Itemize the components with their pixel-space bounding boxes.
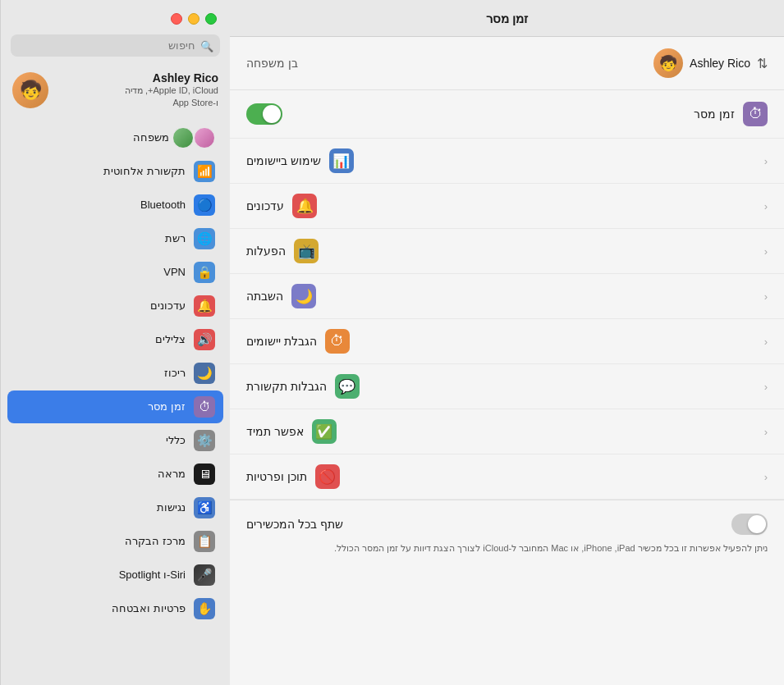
sidebar-item-vpn[interactable]: 🔒 VPN [7,256,223,289]
sidebar-item-tikshot-alhutit[interactable]: 📶 תקשורת אלחוטית [7,155,223,188]
user-switcher[interactable]: ⇅ [757,56,768,71]
sidebar-item-label: VPN [16,266,186,278]
screen-time-toggle-row: ⏱ זמן מסר [230,90,784,139]
sidebar-item-screen-time[interactable]: ⏱ זמן מסר [7,390,223,423]
sidebar-item-mishpacha[interactable]: משפחה [7,121,223,154]
sidebar-item-label: פרטיות ואבטחה [16,602,186,614]
screen-time-toggle[interactable] [246,103,282,125]
family-avatar-1 [194,127,215,148]
always-allow-row[interactable]: ‹ ✅ אפשר תמיד [230,409,784,454]
chevron-icon: ‹ [764,155,768,167]
sidebar: 🔍 Ashley Rico Apple ID, iCloud+, מדיהו-A… [0,0,230,685]
close-button[interactable] [171,13,182,25]
sidebar-item-label: מרכז הבקרה [16,535,186,547]
share-description: ניתן להפעיל אפשרות זו בכל מכשיר iPhone ,… [246,541,768,555]
sidebar-item-general[interactable]: ⚙️ כללי [7,424,223,457]
sidebar-item-label: משפחה [16,131,169,144]
comm-limits-row[interactable]: ‹ 💬 הגבלות תקשורת [230,364,784,409]
app-usage-label: שימוש ביישומים [246,154,321,167]
share-toggle[interactable] [731,514,768,535]
profile-avatar: 🧒 [12,72,48,108]
toggle-row-right: ⏱ זמן מסר [694,102,768,126]
content-privacy-label: תוכן ופרטיות [246,470,307,483]
sidebar-item-bluetooth[interactable]: 🔵 Bluetooth [7,189,223,221]
sidebar-item-label: זמן מסר [16,400,186,413]
sidebar-item-accessibility[interactable]: ♿ נגישות [7,491,223,524]
sidebar-item-privacy[interactable]: ✋ פרטיות ואבטחה [7,592,223,625]
network-icon: 🌐 [194,228,215,249]
section-row-right: 🚫 תוכן ופרטיות [246,464,340,489]
family-label: בן משפחה [246,57,298,70]
sounds-icon: 🔊 [194,329,215,350]
activations-label: הפעלות [246,244,286,258]
updates-label: עדכונים [246,199,284,212]
profile-name: Ashley Rico [58,71,218,84]
always-allow-icon: ✅ [312,419,337,444]
sidebar-item-label: Bluetooth [16,199,186,211]
sidebar-item-label: רשת [16,232,186,244]
sidebar-item-label: כללי [16,434,186,446]
sidebar-item-sounds[interactable]: 🔊 צלילים [7,323,223,356]
sidebar-item-focus[interactable]: 🌙 ריכוז [7,357,223,390]
chevron-icon: ‹ [764,381,768,393]
share-title: שתף בכל המכשירים [246,518,343,531]
sidebar-item-updates[interactable]: 🔔 עדכונים [7,290,223,322]
updates-row[interactable]: ‹ 🔔 עדכונים [230,184,784,229]
vpn-icon: 🔒 [194,262,215,283]
sidebar-item-control-center[interactable]: 📋 מרכז הבקרה [7,525,223,558]
profile-text: Ashley Rico Apple ID, iCloud+, מדיהו-App… [58,71,218,110]
sidebar-item-siri-spotlight[interactable]: 🎤 Siri-ו Spotlight [7,559,223,591]
always-allow-label: אפשר תמיד [246,425,304,438]
bluetooth-icon: 🔵 [194,194,215,216]
general-icon: ⚙️ [194,430,215,451]
sidebar-item-label: מראה [16,468,186,480]
screen-time-sidebar-icon: ⏱ [194,396,215,418]
user-avatar: 🧒 [653,48,683,78]
updates-sidebar-icon: 🔔 [194,295,215,317]
minimize-button[interactable] [188,13,199,25]
profile-subtitle: Apple ID, iCloud+, מדיהו-App Store [58,84,218,110]
app-usage-row[interactable]: ‹ 📊 שימוש ביישומים [230,139,784,184]
page-title: זמן מסר [246,11,768,26]
downtime-icon: 🌙 [291,284,316,308]
app-usage-icon: 📊 [329,148,354,173]
maximize-button[interactable] [205,13,217,25]
sidebar-item-label: נגישות [16,501,186,514]
comm-limits-icon: 💬 [335,374,360,399]
chevron-icon: ‹ [764,426,768,438]
sidebar-profile[interactable]: Ashley Rico Apple ID, iCloud+, מדיהו-App… [1,63,230,118]
sidebar-items: משפחה 📶 תקשורת אלחוטית 🔵 Bluetooth 🌐 רשת… [1,118,230,685]
bottom-section: שתף בכל המכשירים ניתן להפעיל אפשרות זו ב… [230,500,784,569]
activations-icon: 📺 [294,239,319,263]
sidebar-item-label: Siri-ו Spotlight [16,569,186,581]
family-avatars [177,127,215,148]
app-limits-icon: ⏱ [325,329,350,354]
sidebar-item-mirror[interactable]: 🖥 מראה [7,458,223,491]
downtime-row[interactable]: ‹ 🌙 השבתה [230,274,784,319]
section-row-right: 📺 הפעלות [246,239,319,263]
main-panel: זמן מסר ⇅ Ashley Rico 🧒 בן משפחה ⏱ זמן מ… [230,0,784,685]
family-avatar-2 [172,127,194,148]
user-row[interactable]: ⇅ Ashley Rico 🧒 בן משפחה [230,37,784,90]
activations-row[interactable]: ‹ 📺 הפעלות [230,229,784,274]
chevron-icon: ‹ [764,200,768,212]
sidebar-item-reshet[interactable]: 🌐 רשת [7,222,223,255]
focus-icon: 🌙 [194,363,215,384]
app-limits-label: הגבלת יישומים [246,335,317,348]
app-limits-row[interactable]: ‹ ⏱ הגבלת יישומים [230,319,784,364]
chevron-icon: ‹ [764,245,768,258]
search-icon: 🔍 [200,39,213,52]
sidebar-item-label: צלילים [16,333,186,345]
content-area: ⇅ Ashley Rico 🧒 בן משפחה ⏱ זמן מסר ‹ 📊 ש… [230,37,784,685]
updates-icon: 🔔 [292,194,317,218]
chevron-icon: ‹ [764,471,768,483]
chevron-icon: ‹ [764,290,768,303]
content-privacy-row[interactable]: ‹ 🚫 תוכן ופרטיות [230,454,784,500]
user-name: Ashley Rico [690,57,750,70]
search-input[interactable] [11,34,220,57]
accessibility-icon: ♿ [194,497,215,518]
downtime-label: השבתה [246,290,283,303]
screen-time-label: זמן מסר [694,107,735,121]
mirror-icon: 🖥 [194,464,215,485]
traffic-lights [1,0,230,34]
